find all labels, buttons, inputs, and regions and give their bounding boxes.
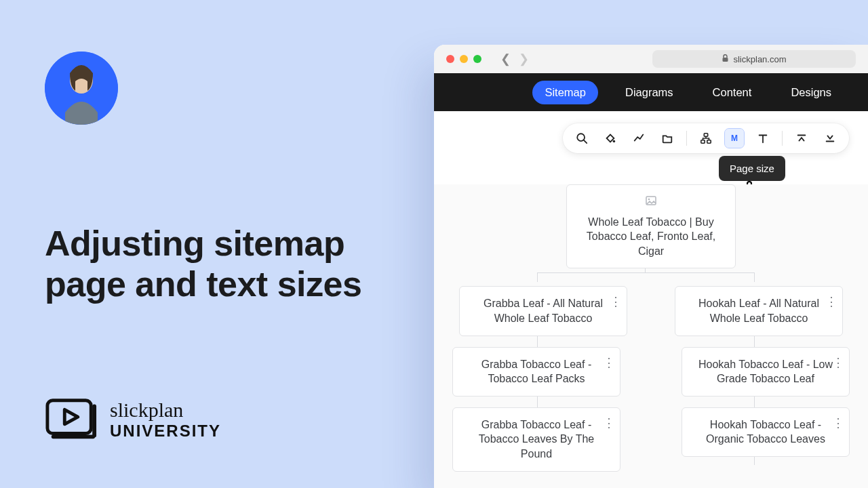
text-size-icon[interactable] (753, 129, 772, 148)
node-label: Whole Leaf Tobacco | Buy Tobacco Leaf, F… (587, 216, 715, 257)
window-controls[interactable] (446, 55, 481, 63)
svg-point-18 (648, 199, 650, 201)
sitemap-node[interactable]: ⋮ Grabba Tobacco Leaf - Tobacco Leaf Pac… (452, 347, 620, 396)
tab-sitemap[interactable]: Sitemap (532, 81, 598, 104)
chart-icon[interactable] (629, 129, 648, 148)
sitemap-node[interactable]: ⋮ Hookah Tobacco Leaf - Organic Tobacco … (682, 407, 850, 457)
tab-diagrams[interactable]: Diagrams (613, 81, 686, 104)
lock-icon (722, 54, 729, 64)
tree-view-icon[interactable] (696, 129, 715, 148)
tab-designs[interactable]: Designs (778, 81, 844, 104)
svg-rect-3 (52, 434, 95, 439)
fill-icon[interactable] (601, 129, 620, 148)
sitemap-node[interactable]: ⋮ Grabba Tobacco Leaf - Tobacco Leaves B… (452, 407, 620, 472)
search-icon[interactable] (572, 129, 591, 148)
svg-rect-10 (701, 140, 705, 144)
url-host: slickplan.com (733, 54, 786, 64)
sitemap-root-node[interactable]: Whole Leaf Tobacco | Buy Tobacco Leaf, F… (566, 184, 736, 268)
presenter-avatar (45, 52, 118, 125)
brand-script: slickplan (110, 400, 221, 420)
browser-window: ❮ ❯ slickplan.com Sitemap Diagrams Conte… (434, 45, 868, 488)
more-icon[interactable]: ⋮ (603, 354, 614, 371)
svg-rect-11 (707, 140, 711, 144)
collapse-icon[interactable] (792, 129, 811, 148)
svg-rect-2 (47, 401, 91, 434)
more-icon[interactable]: ⋮ (832, 415, 844, 431)
tab-content[interactable]: Content (701, 81, 764, 104)
node-label: Hookah Leaf - All Natural Whole Leaf Tob… (698, 298, 819, 324)
back-icon[interactable]: ❮ (500, 52, 511, 66)
slickplan-university-logo: slickplan UNIVERSITY (45, 397, 221, 442)
svg-rect-9 (704, 134, 707, 137)
play-book-icon (45, 397, 98, 442)
node-label: Hookah Tobacco Leaf - Low Grade Tobacco … (698, 359, 833, 385)
maximize-icon[interactable] (473, 55, 481, 63)
brand-university: UNIVERSITY (110, 423, 221, 439)
more-icon[interactable]: ⋮ (603, 415, 614, 431)
more-icon[interactable]: ⋮ (825, 293, 837, 310)
node-label: Hookah Tobacco Leaf - Organic Tobacco Le… (706, 419, 825, 445)
browser-chrome: ❮ ❯ slickplan.com (434, 45, 868, 73)
svg-line-7 (584, 140, 587, 144)
forward-icon: ❯ (519, 52, 529, 66)
image-icon (579, 195, 723, 209)
expand-icon[interactable] (821, 129, 840, 148)
page-size-button[interactable]: M (725, 129, 744, 148)
node-label: Grabba Leaf - All Natural Whole Leaf Tob… (484, 298, 603, 324)
node-label: Grabba Tobacco Leaf - Tobacco Leaf Packs (481, 359, 591, 385)
page-title: Adjusting sitemap page and text sizes (45, 224, 425, 305)
page-size-indicator: M (731, 134, 738, 143)
more-icon[interactable]: ⋮ (610, 293, 621, 310)
folder-icon[interactable] (658, 129, 677, 148)
sitemap-node[interactable]: ⋮ Hookah Tobacco Leaf - Low Grade Tobacc… (682, 347, 850, 396)
svg-rect-5 (723, 58, 728, 62)
close-icon[interactable] (446, 55, 454, 63)
svg-point-8 (613, 140, 616, 143)
sitemap-canvas[interactable]: Utility p Whole Leaf Tobacco | Buy Tobac… (434, 184, 868, 488)
more-icon[interactable]: ⋮ (832, 354, 844, 371)
app-nav: Sitemap Diagrams Content Designs (434, 73, 868, 111)
address-bar[interactable]: slickplan.com (652, 50, 856, 68)
sitemap-toolbar: M Page size (563, 123, 849, 153)
svg-rect-4 (92, 405, 96, 438)
sitemap-node[interactable]: ⋮ Grabba Leaf - All Natural Whole Leaf T… (459, 286, 627, 336)
minimize-icon[interactable] (460, 55, 468, 63)
node-label: Grabba Tobacco Leaf - Tobacco Leaves By … (479, 419, 594, 460)
sitemap-node[interactable]: ⋮ Hookah Leaf - All Natural Whole Leaf T… (675, 286, 843, 336)
